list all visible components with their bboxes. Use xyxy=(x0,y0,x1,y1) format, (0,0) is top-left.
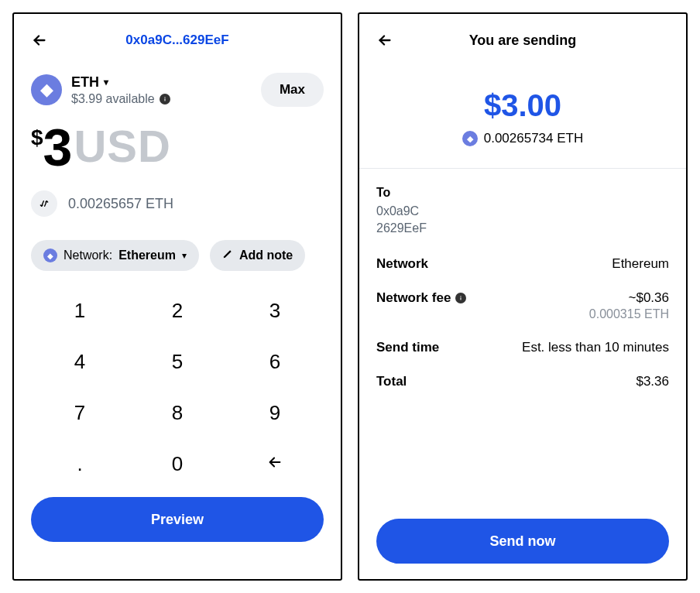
send-now-button[interactable]: Send now xyxy=(376,519,669,564)
key-4[interactable]: 4 xyxy=(31,336,129,387)
key-9[interactable]: 9 xyxy=(226,387,324,438)
page-title: You are sending xyxy=(469,33,577,49)
summary-eth: 0.00265734 ETH xyxy=(484,131,584,146)
send-time-label: Send time xyxy=(376,340,439,355)
info-icon[interactable] xyxy=(455,293,466,303)
send-confirm-screen: You are sending $3.00 ◆ 0.00265734 ETH T… xyxy=(358,12,688,581)
max-button[interactable]: Max xyxy=(261,73,324,107)
add-note-button[interactable]: Add note xyxy=(210,240,305,271)
arrow-left-icon xyxy=(31,32,48,49)
amount-value: 3 xyxy=(43,121,71,173)
network-selector[interactable]: ◆ Network: Ethereum ▾ xyxy=(31,240,199,271)
key-0[interactable]: 0 xyxy=(129,438,226,489)
chevron-down-icon: ▾ xyxy=(182,250,187,261)
total-row: Total $3.36 xyxy=(376,374,669,389)
eth-icon: ◆ xyxy=(31,74,62,105)
key-1[interactable]: 1 xyxy=(31,285,129,336)
svg-rect-1 xyxy=(164,98,165,101)
back-button[interactable] xyxy=(376,32,393,49)
recipient-address-short: 0x0a9C...629EeF xyxy=(31,33,324,48)
key-dot[interactable]: . xyxy=(31,438,129,489)
key-2[interactable]: 2 xyxy=(129,285,226,336)
header: 0x0a9C...629EeF xyxy=(31,29,324,51)
amount-display: $ 3 USD xyxy=(31,121,324,173)
amount-currency: USD xyxy=(74,121,170,173)
to-address: 0x0a9C 2629EeF xyxy=(376,203,669,238)
send-amount-screen: 0x0a9C...629EeF ◆ ETH ▾ $3.99 available … xyxy=(12,12,342,581)
keypad: 1 2 3 4 5 6 7 8 9 . 0 xyxy=(31,285,324,489)
svg-point-2 xyxy=(461,296,462,296)
pill-row: ◆ Network: Ethereum ▾ Add note xyxy=(31,240,324,271)
asset-info[interactable]: ETH ▾ $3.99 available xyxy=(71,74,170,106)
eth-mini-icon: ◆ xyxy=(462,131,478,146)
asset-symbol-row: ETH ▾ xyxy=(71,74,170,91)
available-balance: $3.99 available xyxy=(71,92,155,106)
conversion-value: 0.00265657 ETH xyxy=(68,196,173,212)
header: You are sending xyxy=(376,29,669,51)
back-button[interactable] xyxy=(31,32,48,49)
total-value: $3.36 xyxy=(636,374,669,389)
network-prefix: Network: xyxy=(63,249,112,262)
svg-rect-3 xyxy=(461,297,462,300)
available-row: $3.99 available xyxy=(71,92,170,106)
network-fee-row: Network fee ~$0.36 0.000315 ETH xyxy=(376,290,669,321)
key-3[interactable]: 3 xyxy=(226,285,324,336)
divider xyxy=(359,168,686,169)
key-backspace[interactable] xyxy=(226,438,324,489)
swap-icon xyxy=(38,197,50,210)
send-time-row: Send time Est. less than 10 minutes xyxy=(376,340,669,355)
preview-button[interactable]: Preview xyxy=(31,497,324,542)
total-label: Total xyxy=(376,374,407,389)
eth-mini-icon: ◆ xyxy=(43,249,57,262)
to-label: To xyxy=(376,186,669,200)
network-value: Ethereum xyxy=(612,256,669,272)
conversion-row: 0.00265657 ETH xyxy=(31,190,324,217)
arrow-left-icon xyxy=(376,32,393,49)
fee-label: Network fee xyxy=(376,290,466,306)
svg-point-0 xyxy=(164,97,165,98)
arrow-left-icon xyxy=(266,454,283,471)
info-icon[interactable] xyxy=(160,94,170,105)
asset-row: ◆ ETH ▾ $3.99 available Max xyxy=(31,73,324,107)
summary-usd: $3.00 xyxy=(376,88,669,123)
summary-eth-line: ◆ 0.00265734 ETH xyxy=(376,131,669,146)
to-section: To 0x0a9C 2629EeF xyxy=(376,186,669,238)
swap-currency-button[interactable] xyxy=(31,190,57,217)
key-7[interactable]: 7 xyxy=(31,387,129,438)
pencil-icon xyxy=(222,249,233,262)
add-note-label: Add note xyxy=(239,249,293,262)
network-row: Network Ethereum xyxy=(376,256,669,272)
send-time-value: Est. less than 10 minutes xyxy=(522,340,669,355)
currency-symbol: $ xyxy=(31,125,43,150)
details-list: To 0x0a9C 2629EeF Network Ethereum Netwo… xyxy=(376,186,669,389)
key-5[interactable]: 5 xyxy=(129,336,226,387)
asset-symbol: ETH xyxy=(71,74,99,91)
summary-amount: $3.00 ◆ 0.00265734 ETH xyxy=(376,88,669,146)
fee-value: ~$0.36 0.000315 ETH xyxy=(589,290,669,321)
key-6[interactable]: 6 xyxy=(226,336,324,387)
network-name: Ethereum xyxy=(118,249,176,262)
key-8[interactable]: 8 xyxy=(129,387,226,438)
chevron-down-icon: ▾ xyxy=(104,77,108,87)
network-label: Network xyxy=(376,256,428,272)
